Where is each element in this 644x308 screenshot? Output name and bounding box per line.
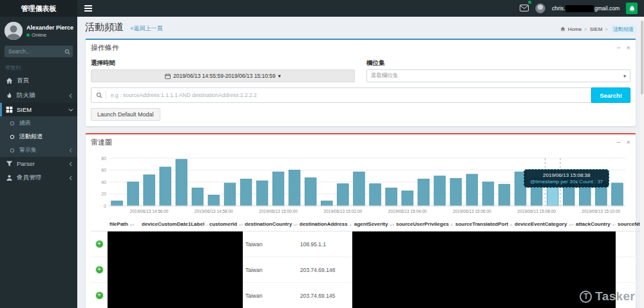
query-input[interactable] [106,87,591,103]
column-header-destinationCountry[interactable]: destinationCountry▲▼ [243,217,298,231]
chevron-left-icon [68,161,73,167]
sidebar-item-siem[interactable]: SIEM [0,103,77,116]
filter-box-title: 操作條件 [91,43,119,53]
sidebar-subitem-alert-set[interactable]: 警示集 [0,143,77,157]
svg-text:2019/06/13 15:06:00: 2019/06/13 15:06:00 [453,209,491,213]
sidebar-subitem-activity-channel[interactable]: 活動頻道 [0,130,77,143]
bar[interactable] [192,188,204,206]
cell-sourceNtDomain [616,231,642,257]
collapse-button[interactable]: − [616,44,620,51]
sidebar-subitem-overview[interactable]: 總表 [0,116,77,130]
chevron-left-icon [68,93,73,98]
bar[interactable] [612,183,623,206]
expand-row-button[interactable]: + [95,291,104,300]
sidebar-item-parser[interactable]: Parser [0,157,77,170]
column-header-deviceEventCategory[interactable]: deviceEventCategory▲▼ [513,217,574,231]
histogram-chart: 0204060802019/06/13 14:56:002019/06/13 1… [91,155,630,215]
circle-icon [8,121,16,126]
user-email[interactable]: chris.gmail.com [552,5,620,12]
bar[interactable] [450,178,462,206]
breadcrumb-item[interactable]: Home [568,26,582,32]
sidebar-search-button[interactable] [61,46,73,57]
bar[interactable] [354,172,365,206]
bar[interactable] [434,176,446,206]
svg-text:2019/06/13 15:00:00: 2019/06/13 15:00:00 [259,209,298,213]
bar[interactable] [482,182,494,206]
messages-button[interactable] [520,3,529,14]
bar[interactable] [289,170,300,206]
column-header-customerId[interactable]: customerId▲▼ [207,217,243,231]
cell-destinationAddress: 108.95.1.1 [298,231,352,257]
remove-button[interactable]: × [627,139,630,146]
column-header-filePath[interactable]: filePath▲▼ [108,217,140,231]
bar[interactable] [176,159,187,206]
column-header-sourceNtDomain[interactable]: sourceNtDomain▲▼ [616,217,642,231]
breadcrumb: Home>SIEM>活動頻道 [560,24,636,34]
bar[interactable] [208,195,220,206]
user-avatar [5,22,23,40]
bar[interactable] [224,183,236,206]
bar[interactable] [272,172,284,206]
sort-icon: ▲▼ [293,222,298,226]
back-link[interactable]: «返回上一頁 [130,25,162,32]
users-icon [5,174,14,181]
caret-down-icon: ▾ [278,73,281,79]
app-logo[interactable]: 管理儀表板 [0,0,77,17]
svg-text:80: 80 [101,156,106,161]
daterange-picker[interactable]: 2019/06/13 14:55:59-2019/06/13 15:10:59 … [91,69,355,82]
bar[interactable] [337,184,349,206]
column-header-attackCountry[interactable]: attackCountry▲▼ [574,217,616,231]
tasker-logo-icon: T [580,291,592,303]
bar[interactable] [370,184,381,206]
scrollbar-thumb[interactable] [641,21,643,95]
sidebar-item-label: 防火牆 [17,91,35,100]
column-header-deviceCustomDate1Label[interactable]: deviceCustomDate1Label▲▼ [140,217,207,231]
column-header-sourceUserPrivileges[interactable]: sourceUserPrivileges▲▼ [394,217,453,231]
bar[interactable] [111,201,123,206]
expand-row-button[interactable]: + [95,240,104,248]
collapse-button[interactable]: − [616,139,620,146]
chart-box-title: 雷達圖 [91,138,112,147]
bar[interactable] [386,188,397,206]
bar[interactable] [418,179,430,206]
launch-modal-button[interactable]: Launch Default Modal [91,108,160,121]
main-content: 活動頻道 «返回上一頁 Home>SIEM>活動頻道 操作條件 − × 選擇時間… [77,17,644,308]
avatar[interactable] [535,3,545,14]
sort-icon: ▲▼ [129,222,135,226]
bar[interactable] [402,191,413,206]
bar[interactable] [160,167,171,206]
cell-destinationCountry: Taiwan [243,283,298,308]
column-header-destinationAddress[interactable]: destinationAddress▲▼ [298,217,352,231]
search-button[interactable]: Search! [591,87,630,103]
bar[interactable] [128,182,139,206]
bar[interactable] [240,179,252,206]
sidebar-toggle-button[interactable] [77,0,99,17]
bar[interactable] [498,185,510,206]
column-header-sourceTranslatedPort[interactable]: sourceTranslatedPort▲▼ [453,217,513,231]
bar[interactable] [144,175,155,206]
bar[interactable] [321,201,333,206]
sidebar-item-label: SIEM [17,106,32,113]
expand-row-button[interactable]: + [95,266,104,274]
user-name: Alexander Pierce [26,24,73,31]
column-header-agentSeverity[interactable]: agentSeverity▲▼ [352,217,394,231]
circle-icon [8,148,16,153]
sidebar-item-firewall[interactable]: 防火牆 [0,88,77,103]
bar[interactable] [466,174,478,206]
bar[interactable] [256,181,268,206]
sidebar-search-input[interactable] [5,46,61,57]
fieldset-select[interactable]: 選取欄位集 ▾ [366,69,630,82]
svg-text:2019/06/13 14:58:00: 2019/06/13 14:58:00 [194,209,233,213]
chevron-down-icon [68,107,73,113]
chevron-left-icon [68,176,73,181]
search-addon [91,87,106,103]
remove-button[interactable]: × [627,44,630,51]
tooltip-label: @timestamp per 30s Count : 37 [530,179,603,185]
bar[interactable] [305,178,317,206]
page-scrollbar [640,17,644,308]
online-dot-icon [26,33,30,37]
notifications-button[interactable] [626,3,638,14]
breadcrumb-item[interactable]: SIEM [590,26,603,32]
sidebar-item-home[interactable]: 首頁 [0,73,77,88]
sidebar-item-members[interactable]: 會員管理 [0,170,77,185]
